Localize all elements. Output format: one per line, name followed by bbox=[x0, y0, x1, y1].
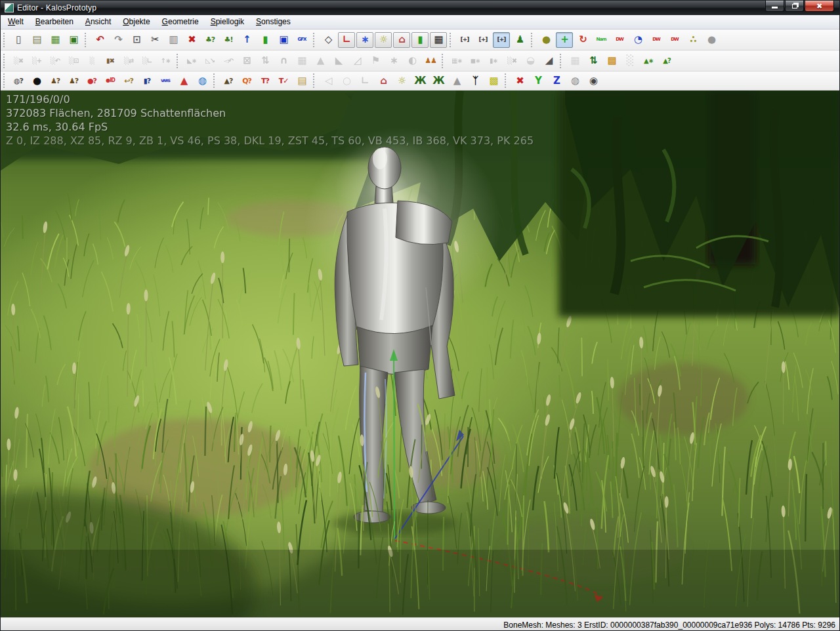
save-file-icon[interactable]: ▣ bbox=[65, 32, 82, 48]
minimize-button[interactable] bbox=[765, 1, 784, 12]
focus-selection-icon[interactable]: [+] bbox=[456, 32, 473, 48]
grid-toggle[interactable]: ▦ bbox=[430, 32, 447, 48]
blue-frame-icon[interactable]: ▣ bbox=[275, 32, 292, 48]
environment-toggle[interactable]: ⌂ bbox=[393, 32, 410, 48]
scatter-objects-icon[interactable]: ∴ bbox=[684, 32, 702, 48]
cut-icon[interactable]: ✂ bbox=[146, 32, 163, 48]
flag-tool-icon: ⚑ bbox=[367, 53, 384, 69]
texture-palette-icon[interactable]: ▦ bbox=[47, 32, 64, 48]
terrain-sparkle-icon[interactable]: ▲∗ bbox=[640, 53, 657, 69]
gfx-settings-icon[interactable]: GFX bbox=[293, 32, 310, 48]
light-shadow-icon[interactable]: ☼ bbox=[393, 73, 410, 89]
tree-alert-icon[interactable]: ♣! bbox=[220, 32, 237, 48]
menu-item-welt[interactable]: Welt bbox=[2, 16, 30, 28]
map-sparkle-icon[interactable]: ▩ bbox=[485, 73, 502, 89]
title-bar[interactable]: Editor - KalosPrototyp ✖ bbox=[1, 1, 839, 15]
sphere-bomb-icon[interactable]: ● bbox=[537, 32, 555, 48]
copy-icon[interactable]: ⊡ bbox=[128, 32, 145, 48]
book-log-icon[interactable]: ▤ bbox=[293, 73, 310, 89]
terrain-raise-lower-icon[interactable]: ⇅ bbox=[585, 53, 602, 69]
sphere-script-query-icon[interactable]: ◍? bbox=[10, 73, 27, 89]
vegetation-toggle[interactable]: ▮ bbox=[411, 32, 429, 48]
light-shadow-toggle[interactable]: ☼ bbox=[375, 32, 392, 48]
quest-query-icon[interactable]: Q? bbox=[238, 73, 255, 89]
red-sphere-query-icon[interactable]: ●? bbox=[83, 73, 100, 89]
toolbar-grip bbox=[531, 33, 534, 47]
move-object-toggle[interactable]: + bbox=[556, 32, 573, 48]
open-folder-icon[interactable]: ▤ bbox=[28, 32, 45, 48]
vars-sphere-query-icon[interactable]: VARS bbox=[157, 73, 174, 89]
runner-icon[interactable]: ᛉ bbox=[467, 73, 484, 89]
paste-icon[interactable]: ▥ bbox=[165, 32, 182, 48]
axis-widget-toggle[interactable]: ∟ bbox=[338, 32, 355, 48]
red-sphere-id-icon[interactable]: ●ID bbox=[102, 73, 119, 89]
pickle-object-icon[interactable]: ▮ bbox=[257, 32, 274, 48]
load-dw-object-icon[interactable]: DW bbox=[648, 32, 665, 48]
person-route-query-icon[interactable]: ♟? bbox=[47, 73, 64, 89]
save-timed-object-icon[interactable]: ◔ bbox=[629, 32, 646, 48]
poly-axis-icon: ⇅ bbox=[257, 53, 274, 69]
walk-terrain-icon[interactable]: ♟ bbox=[511, 32, 528, 48]
star-light-toggle[interactable]: ∗ bbox=[356, 32, 373, 48]
gold-tile-icon[interactable]: ▩ bbox=[603, 53, 620, 69]
world-globe-icon[interactable]: ◍ bbox=[194, 73, 211, 89]
tree-query-icon[interactable]: ♣? bbox=[201, 32, 219, 48]
fog-sphere-icon: ○ bbox=[338, 73, 355, 89]
menu-item-geometrie[interactable]: Geometrie bbox=[156, 16, 205, 28]
redo-icon[interactable]: ↷ bbox=[110, 32, 127, 48]
save-dw-object-icon[interactable]: DW bbox=[611, 32, 628, 48]
terrain-query-icon[interactable]: ▲? bbox=[658, 53, 675, 69]
arrow-swap-query-icon[interactable]: ↩? bbox=[120, 73, 137, 89]
new-file-icon[interactable]: ▯ bbox=[10, 32, 27, 48]
tree-raise-icon: ↑∗ bbox=[157, 53, 174, 69]
toolbar-grip bbox=[450, 33, 453, 47]
portal-delete-icon[interactable]: ▮✖ bbox=[102, 53, 119, 69]
cone-alert-icon[interactable]: ▲ bbox=[175, 73, 192, 89]
black-sphere-material-icon[interactable]: ● bbox=[28, 73, 45, 89]
sound-sphere-icon[interactable]: ◉ bbox=[585, 73, 602, 89]
dark-wedge-icon[interactable]: ◢ bbox=[540, 53, 557, 69]
house-env-icon[interactable]: ⌂ bbox=[375, 73, 392, 89]
mountain-gray-icon[interactable]: ▲ bbox=[448, 73, 465, 89]
marker-add-icon: ░+ bbox=[28, 53, 45, 69]
gizmo-axis-up[interactable] bbox=[394, 352, 394, 539]
panel-stats-query-icon[interactable]: ▮? bbox=[138, 73, 156, 89]
name-object-icon[interactable]: Nam bbox=[593, 32, 610, 48]
undo-icon[interactable]: ↶ bbox=[91, 32, 108, 48]
app-icon bbox=[5, 3, 14, 12]
toolbar-grip bbox=[85, 33, 88, 47]
tree-up-arrow-icon[interactable]: ↑ bbox=[238, 32, 255, 48]
terrain-dark-query-icon[interactable]: ▲? bbox=[220, 73, 237, 89]
viewport-3d-scene[interactable]: 171/196/0/0 372083 Flächen, 281709 Schat… bbox=[1, 91, 840, 617]
text-query-icon[interactable]: T? bbox=[257, 73, 274, 89]
grid-new-icon: ▦∗ bbox=[448, 53, 465, 69]
stats-counters: 171/196/0/0 bbox=[6, 92, 534, 106]
load-dw-object2-icon[interactable]: DW bbox=[666, 32, 683, 48]
bug-delete2-icon[interactable]: Ж bbox=[430, 73, 447, 89]
wireframe-cube-icon[interactable]: ◇ bbox=[320, 32, 337, 48]
camera-x-icon[interactable]: ✖ bbox=[511, 73, 528, 89]
menu-item-bearbeiten[interactable]: Bearbeiten bbox=[30, 16, 79, 28]
close-button[interactable]: ✖ bbox=[805, 1, 834, 12]
toolbar-grip bbox=[560, 54, 563, 68]
checker-sphere-icon[interactable]: ◍ bbox=[566, 73, 583, 89]
menu-item-sonstiges[interactable]: Sonstiges bbox=[250, 16, 297, 28]
camera-z-icon[interactable]: Z bbox=[548, 73, 565, 89]
menu-item-spiellogik[interactable]: Spiellogik bbox=[205, 16, 250, 28]
text-check-icon[interactable]: T✓ bbox=[275, 73, 292, 89]
focus-camera-toggle[interactable]: [+] bbox=[493, 32, 510, 48]
poly-envelope-icon: ⊠ bbox=[238, 53, 255, 69]
toolbar-grip bbox=[313, 73, 316, 88]
menu-item-ansicht[interactable]: Ansicht bbox=[79, 16, 117, 28]
delete-icon[interactable]: ✖ bbox=[183, 32, 200, 48]
bug-delete-icon[interactable]: Ж bbox=[411, 73, 429, 89]
menu-item-objekte[interactable]: Objekte bbox=[117, 16, 156, 28]
stats-detail: Z 0, IZ 288, XZ 85, RZ 9, ZB 1, VS 46, P… bbox=[6, 134, 534, 148]
restore-button[interactable] bbox=[785, 1, 804, 12]
focus-object-icon[interactable]: [+] bbox=[474, 32, 492, 48]
camera-y-icon[interactable]: Y bbox=[530, 73, 547, 89]
render-sphere-icon[interactable]: ● bbox=[703, 32, 720, 48]
rotate-object-icon[interactable]: ↻ bbox=[574, 32, 591, 48]
person-query-icon[interactable]: ♟? bbox=[65, 73, 82, 89]
swap-people-icon[interactable]: ♟♟ bbox=[422, 53, 439, 69]
